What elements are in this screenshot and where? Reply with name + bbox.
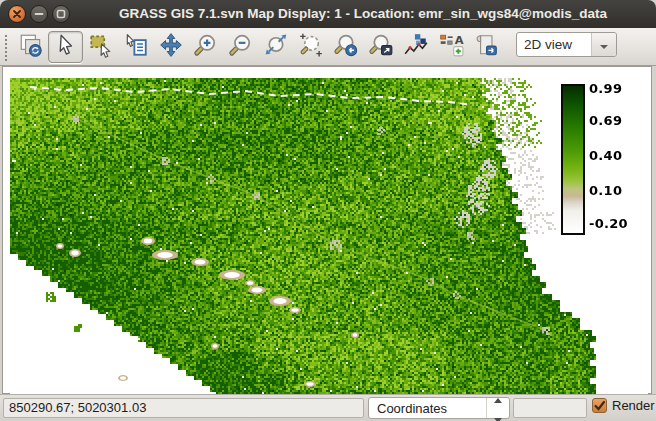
titlebar[interactable]: GRASS GIS 7.1.svn Map Display: 1 - Locat… [0,0,656,29]
statusbar-mode-value: Coordinates [369,401,486,416]
maximize-button[interactable] [52,5,70,23]
statusbar-mode-spinner[interactable] [486,398,509,418]
map-toolbar: A 2D view [0,28,656,66]
zoom-in-button[interactable] [188,31,223,63]
view-mode-dropdown-button[interactable] [591,33,616,56]
statusbar: 850290.67; 5020301.03 Coordinates Render [0,394,656,421]
zoom-extent-button[interactable] [258,31,293,63]
zoom-extent-icon [263,32,289,61]
pointer-icon [53,32,79,61]
analyze-icon [403,32,429,61]
save-display-button[interactable] [468,31,503,63]
pan-button[interactable] [153,31,188,63]
analyze-button[interactable] [398,31,433,63]
render-checkbox-label[interactable]: Render [612,398,655,413]
query-button[interactable] [118,31,153,63]
minimize-button[interactable] [30,5,48,23]
legend-colorbar [561,84,585,235]
render-display-button[interactable] [13,31,48,63]
zoom-in-icon [193,32,219,61]
add-overlay-icon: A [438,32,464,61]
render-display-icon [18,32,44,61]
select-icon [88,32,114,61]
legend-label: 0.69 [589,114,639,128]
statusbar-mode-select[interactable]: Coordinates [368,397,510,419]
coordinates-display: 850290.67; 5020301.03 [3,398,364,418]
pan-icon [158,32,184,61]
grass-map-display-window: { "window": { "title": "GRASS GIS 7.1.sv… [0,0,656,421]
window-title: GRASS GIS 7.1.svn Map Display: 1 - Locat… [80,0,646,28]
select-button[interactable] [83,31,118,63]
legend-label: 0.99 [589,82,639,96]
spinner-down-icon [494,409,502,421]
render-checkbox[interactable] [592,398,607,413]
view-mode-dropdown[interactable]: 2D view [516,32,617,57]
zoom-back-icon [333,32,359,61]
zoom-region-icon [298,32,324,61]
close-button[interactable] [8,5,26,23]
svg-text:A: A [454,33,463,47]
zoom-menu-button[interactable] [363,31,398,63]
legend-label: 0.10 [589,184,639,198]
toolbar-grip[interactable] [3,33,9,61]
statusbar-progress-panel [513,398,587,418]
zoom-region-button[interactable] [293,31,328,63]
map-raster[interactable] [10,78,648,394]
legend-label: 0.40 [589,149,639,163]
add-overlay-button[interactable]: A [433,31,468,63]
legend-label: -0.20 [589,217,639,231]
view-mode-value: 2D view [517,37,591,52]
chevron-down-icon [599,36,609,54]
zoom-menu-icon [368,32,394,61]
zoom-out-icon [228,32,254,61]
zoom-out-button[interactable] [223,31,258,63]
zoom-back-button[interactable] [328,31,363,63]
pointer-button[interactable] [48,31,83,63]
spinner-up-icon [494,389,502,407]
render-toggle-group: Render [592,398,655,413]
query-icon [123,32,149,61]
save-display-icon [473,32,499,61]
